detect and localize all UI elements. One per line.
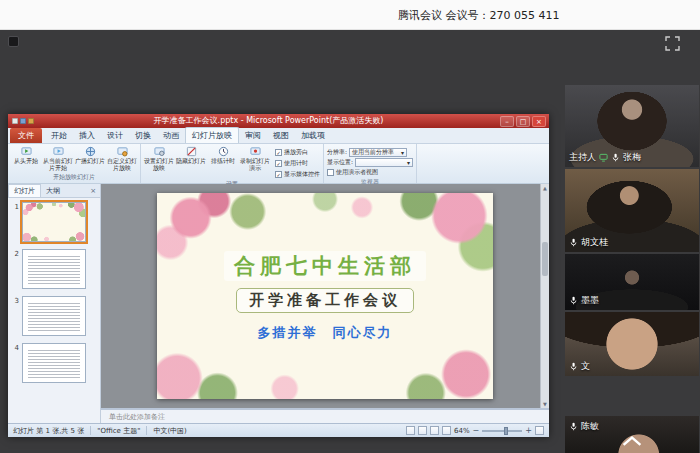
slide-sorter-view-button[interactable] [418,426,427,435]
thumbnail-image[interactable] [22,249,86,289]
tab-home[interactable]: 开始 [45,128,73,143]
participant-name: 文 [581,360,590,373]
participant-name: 陈敏 [581,420,599,433]
maximize-button[interactable]: □ [516,116,530,127]
presenter-view-checkbox[interactable]: 使用演示者视图 [327,168,413,177]
ppt-titlebar: 开学准备工作会议.pptx - Microsoft PowerPoint(产品激… [8,114,549,128]
thumbnail-image[interactable] [22,296,86,336]
zoom-slider-thumb[interactable] [504,427,508,435]
slide-thumbnail[interactable]: 4 [10,343,98,383]
video-tile-chenmin[interactable]: 陈敏 [565,416,699,453]
tab-design[interactable]: 设计 [101,128,129,143]
rehearse-timings-button[interactable]: 排练计时 [208,145,238,165]
slide-thumbnail[interactable]: 1 [10,202,98,242]
video-tile-huwengui[interactable]: 胡文桂 [565,169,699,252]
tab-view[interactable]: 视图 [267,128,295,143]
thumbnail-image[interactable] [22,343,86,383]
panel-close-icon[interactable]: × [86,187,100,195]
record-icon [250,146,261,157]
setup-checkboxes: ✓播放旁白 ✓使用计时 ✓显示媒体控件 [272,145,320,179]
collapse-video-panel-button[interactable] [620,434,644,448]
show-on-dropdown[interactable]: ▾ [355,158,413,167]
tab-animations[interactable]: 动画 [157,128,185,143]
reading-view-button[interactable] [430,426,439,435]
normal-view-button[interactable] [406,426,415,435]
powerpoint-window: 开学准备工作会议.pptx - Microsoft PowerPoint(产品激… [8,114,549,437]
editor-scrollbar[interactable]: ▲ ▼ [540,184,549,408]
ppt-content: 幻灯片 大纲 × 1 2 3 [8,184,549,423]
tab-slides[interactable]: 幻灯片 [8,184,41,197]
broadcast-slideshow-button[interactable]: 广播幻灯片 [75,145,105,165]
video-tile-zhangmei[interactable]: 主持人 张梅 [565,85,699,167]
play-narration-checkbox[interactable]: ✓播放旁白 [275,148,320,157]
quick-access-toolbar [8,118,38,124]
status-right: 64% − + [406,426,544,435]
from-beginning-button[interactable]: 从头开始 [11,145,41,165]
thumbnail-image[interactable] [22,202,86,242]
resolution-dropdown[interactable]: 使用当前分辨率▾ [349,148,407,157]
host-badge: 主持人 [569,151,596,164]
current-slide[interactable]: 合肥七中生活部 开学准备工作会议 多措并举 同心尽力 [157,193,493,399]
setup-slideshow-button[interactable]: 设置幻灯片放映 [144,145,174,172]
zoom-slider[interactable] [482,430,522,432]
scroll-down-icon[interactable]: ▼ [541,401,549,407]
button-label: 自定义幻灯片放映 [107,158,137,172]
button-label: 录制幻灯片演示 [240,158,270,172]
fit-to-window-button[interactable] [535,426,544,435]
mic-icon [569,362,578,371]
video-tile-wen[interactable]: 文 [565,312,699,376]
window-controls: – □ × [499,116,549,127]
slide-title: 合肥七中生活部 [224,251,426,281]
custom-slideshow-button[interactable]: 自定义幻灯片放映 [107,145,137,172]
scrollbar-thumb[interactable] [542,242,548,276]
participant-name: 张梅 [623,151,641,164]
group-monitors: 分辨率: 使用当前分辨率▾ 显示位置: ▾ 使用演示者视图 监视器 [324,144,417,183]
clock-icon [218,146,229,157]
screen-share-icon [599,153,608,162]
ribbon: 从头开始 从当前幻灯片开始 广播幻灯片 自定义幻灯片放映 [8,144,549,184]
use-timings-checkbox[interactable]: ✓使用计时 [275,159,320,168]
undo-icon[interactable] [20,118,26,124]
show-media-controls-checkbox[interactable]: ✓显示媒体控件 [275,170,320,179]
zoom-in-button[interactable]: + [525,426,532,435]
mic-icon [569,238,578,247]
tab-outline[interactable]: 大纲 [41,185,65,197]
checkbox-icon: ✓ [275,149,282,156]
slide-thumbnail[interactable]: 3 [10,296,98,336]
hide-slide-button[interactable]: 隐藏幻灯片 [176,145,206,165]
minimize-button[interactable]: – [500,116,514,127]
tab-insert[interactable]: 插入 [73,128,101,143]
play-from-start-icon [21,146,32,157]
notes-pane[interactable]: 单击此处添加备注 [101,408,549,423]
zoom-level[interactable]: 64% [454,427,470,435]
group-label: 开始放映幻灯片 [11,172,137,183]
tab-file[interactable]: 文件 [10,128,42,143]
checkbox-icon [327,169,334,176]
participant-label: 陈敏 [569,420,599,433]
language-indicator[interactable]: 中文(中国) [153,426,186,436]
tab-addins[interactable]: 加载项 [295,128,331,143]
tab-slideshow[interactable]: 幻灯片放映 [185,127,239,143]
fullscreen-button[interactable] [665,36,680,51]
divider [90,426,91,435]
record-slideshow-button[interactable]: 录制幻灯片演示 [240,145,270,172]
tab-review[interactable]: 审阅 [239,128,267,143]
chevron-up-icon [620,434,644,448]
thumbnail-text-lines [28,348,80,380]
theme-name: "Office 主题" [97,426,140,436]
redo-icon[interactable] [28,118,34,124]
slide-thumbnail[interactable]: 2 [10,249,98,289]
tab-transitions[interactable]: 切换 [129,128,157,143]
setup-slideshow-icon [154,146,165,157]
save-icon[interactable] [12,118,18,124]
video-tile-momo[interactable]: 墨墨 [565,254,699,310]
checkbox-label: 使用演示者视图 [336,168,378,177]
checkbox-label: 显示媒体控件 [284,170,320,179]
panel-tabs: 幻灯片 大纲 × [8,184,100,198]
close-button[interactable]: × [532,116,546,127]
zoom-out-button[interactable]: − [473,426,480,435]
slideshow-view-button[interactable] [442,426,451,435]
scroll-up-icon[interactable]: ▲ [541,185,549,191]
group-start-slideshow: 从头开始 从当前幻灯片开始 广播幻灯片 自定义幻灯片放映 [8,144,141,183]
from-current-slide-button[interactable]: 从当前幻灯片开始 [43,145,73,172]
